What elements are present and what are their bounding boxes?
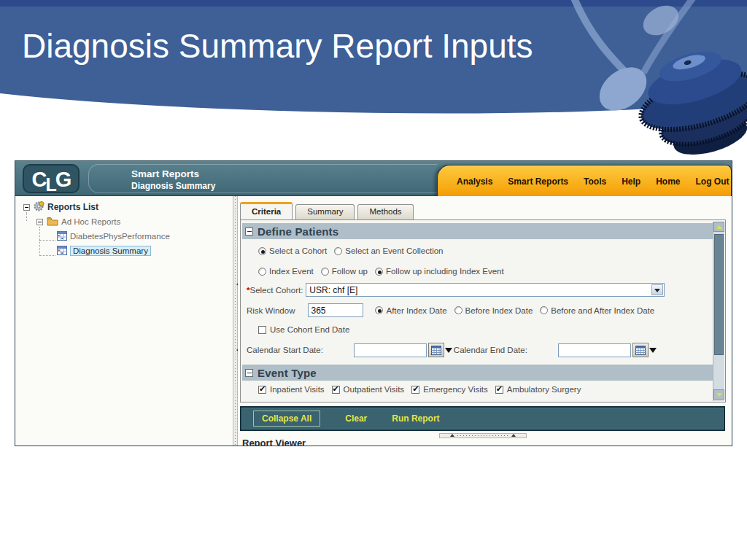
cohort-radio-row: Select a Cohort Select an Event Collecti… [258,246,451,255]
radio-select-event-collection[interactable] [334,247,342,255]
calendar-picker-icon[interactable] [632,343,649,357]
tab-criteria[interactable]: Criteria [240,202,293,219]
event-type-section-bar: Event Type [242,365,713,381]
header-title-panel: Smart Reports Diagnosis Summary [88,164,437,193]
nav-analysis[interactable]: Analysis [457,176,492,187]
criteria-main-pane: Criteria Summary Methods Define Patients… [238,196,732,446]
slide-banner: Diagnosis Summary Report Inputs [0,0,747,160]
splitter-handle[interactable] [439,433,527,438]
radio-label: Follow up [332,267,368,276]
run-report-button[interactable]: Run Report [392,413,439,424]
report-table-icon [57,231,67,242]
top-navigation: Analysis Smart Reports Tools Help Home L… [437,165,732,196]
radio-label: Follow up including Index Event [386,267,504,276]
report-viewer-splitter[interactable] [240,432,726,438]
tree-main-splitter[interactable] [233,196,238,446]
slide-title: Diagnosis Summary Report Inputs [22,26,533,66]
tree-row-reports-list[interactable]: Reports List [23,201,98,214]
radio-follow-up-including-index[interactable] [375,268,383,276]
select-cohort-dropdown[interactable]: USR: chf [E] [306,283,665,297]
radio-follow-up[interactable] [321,268,329,276]
report-table-icon [57,246,67,257]
radio-label: Before Index Date [465,306,533,315]
scope-radio-row: Index Event Follow up Follow up includin… [258,267,511,276]
tree-label-report-0: DiabetesPhysPerformance [70,232,170,241]
radio-label: Before and After Index Date [551,306,654,315]
tree-row-report-selected[interactable]: Diagnosis Summary [57,244,151,257]
banner-curve-shape [0,0,747,124]
tree-label-ad-hoc-reports: Ad Hoc Reports [61,217,120,226]
nav-help[interactable]: Help [622,176,640,187]
checkbox-ambulatory-surgery[interactable] [495,386,503,394]
calendar-dropdown-arrow-icon[interactable] [444,343,454,357]
checkbox-inpatient-visits[interactable] [258,386,266,394]
splitter-dots [457,435,508,437]
tab-summary[interactable]: Summary [295,204,355,219]
scroll-down-icon[interactable] [713,389,724,400]
tree-row-report[interactable]: DiabetesPhysPerformance [57,230,170,243]
radio-label: Index Event [269,267,314,276]
event-type-checkbox-row: Inpatient Visits Outpatient Visits Emerg… [258,385,588,394]
checkbox-emergency-visits[interactable] [411,386,419,394]
tree-connector [39,227,40,256]
risk-window-row: Risk Window After Index Date Before Inde… [247,303,662,317]
checkbox-label: Use Cohort End Date [270,325,349,334]
clear-button[interactable]: Clear [345,413,367,424]
checkbox-label: Outpatient Visits [344,385,405,394]
tree-row-ad-hoc-reports[interactable]: Ad Hoc Reports [36,215,120,228]
calendar-dates-row: Calendar Start Date: Calendar End Date: [247,343,658,357]
nav-home[interactable]: Home [656,176,680,187]
radio-label: After Index Date [386,306,446,315]
nav-log-out[interactable]: Log Out [696,176,729,187]
scrollbar-thumb[interactable] [714,234,724,355]
collapse-expander-icon[interactable] [23,204,30,211]
radio-before-index-date[interactable] [454,306,462,314]
splitter-arrow-icon [511,432,516,437]
define-patients-heading: Define Patients [258,225,338,238]
smart-reports-window: CLG Smart Reports Diagnosis Summary Anal… [15,160,732,446]
collapse-all-button[interactable]: Collapse All [253,411,320,427]
collapse-section-icon[interactable] [245,228,253,236]
define-patients-section-bar: Define Patients [242,223,713,239]
criteria-scrollbar[interactable] [713,222,724,401]
calendar-start-date-label: Calendar Start Date: [247,346,323,354]
collapse-expander-icon[interactable] [36,219,43,225]
use-cohort-end-date-row: Use Cohort End Date [258,325,349,334]
checkbox-label: Ambulatory Surgery [507,385,581,394]
calendar-end-date-input[interactable] [558,343,631,357]
risk-window-label: Risk Window [247,306,295,315]
tree-connector [39,240,55,241]
nav-tools[interactable]: Tools [584,176,606,187]
criteria-action-bar: Collapse All Clear Run Report [240,406,725,431]
tree-label-report-1: Diagnosis Summary [70,246,151,256]
checkbox-use-cohort-end-date[interactable] [258,326,266,334]
calendar-dropdown-arrow-icon[interactable] [649,343,658,357]
app-product-name: Smart Reports [131,168,437,180]
risk-window-input[interactable] [308,303,363,317]
radio-index-event[interactable] [258,268,266,276]
radio-before-and-after-index-date[interactable] [540,306,548,314]
tab-methods[interactable]: Methods [357,204,413,219]
nav-smart-reports[interactable]: Smart Reports [508,176,568,187]
tree-connector [39,255,55,256]
logo-letter: G [55,168,71,191]
app-header: CLG Smart Reports Diagnosis Summary Anal… [15,161,732,196]
tree-label-reports-list: Reports List [47,202,98,212]
logo-letter: C [32,168,46,191]
checkbox-outpatient-visits[interactable] [332,386,340,394]
scroll-up-icon[interactable] [713,222,724,232]
checkbox-label: Emergency Visits [423,385,488,394]
checkbox-label: Inpatient Visits [270,385,325,394]
dropdown-arrow-icon[interactable] [651,284,663,295]
calendar-end-date-label: Calendar End Date: [454,346,527,354]
select-cohort-value: USR: chf [E] [309,285,357,295]
clg-logo[interactable]: CLG [23,164,80,193]
calendar-picker-icon[interactable] [428,343,444,357]
app-page-name: Diagnosis Summary [131,180,437,192]
radio-select-a-cohort[interactable] [258,247,266,255]
calendar-start-date-input[interactable] [354,343,427,357]
radio-after-index-date[interactable] [375,306,383,314]
collapse-section-icon[interactable] [245,369,253,377]
report-viewer-heading: Report Viewer [242,438,306,446]
radio-label: Select a Cohort [269,246,327,255]
